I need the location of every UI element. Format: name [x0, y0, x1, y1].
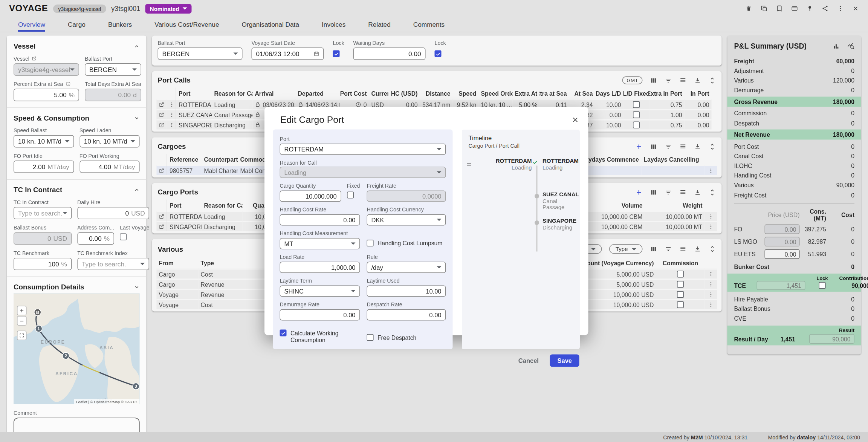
fo-port-idle-input[interactable]: 2.00MT/day: [14, 161, 74, 173]
commission-checkbox[interactable]: [677, 271, 684, 278]
handling-cost-lumpsum-checkbox[interactable]: [367, 240, 374, 246]
row-menu-button[interactable]: [705, 221, 717, 231]
row-menu-button[interactable]: [705, 289, 717, 299]
copy-icon[interactable]: [761, 5, 767, 12]
tce-input[interactable]: 1,451: [757, 281, 805, 290]
row-menu-button[interactable]: [705, 269, 717, 279]
rule-select[interactable]: /day: [367, 262, 446, 273]
tc-contract-select[interactable]: Type to search.: [14, 207, 72, 219]
tce-lock-checkbox[interactable]: [819, 282, 826, 289]
speed-ballast-select[interactable]: 10 kn, 10 MT/d: [14, 135, 74, 148]
fo-port-working-input[interactable]: 4.00MT/day: [79, 161, 140, 173]
timeline-cargo-port[interactable]: ROTTERDAM Loading: [478, 158, 532, 171]
timeline-item-rotterdam[interactable]: ROTTERDAM Loading: [542, 158, 579, 171]
chevron-down-icon[interactable]: [134, 284, 140, 290]
tab-bunkers[interactable]: Bunkers: [108, 17, 132, 32]
tab-invoices[interactable]: Invoices: [322, 17, 345, 32]
filter-icon[interactable]: [665, 143, 672, 150]
fixed-checkbox[interactable]: [347, 192, 354, 199]
share-icon[interactable]: [822, 5, 828, 12]
collapse-icon[interactable]: [709, 143, 716, 150]
chevron-up-icon[interactable]: [134, 44, 140, 49]
port-cell[interactable]: ROTTERDAM: [176, 99, 212, 109]
book-icon[interactable]: [776, 5, 783, 12]
row-menu-button[interactable]: [705, 279, 717, 289]
info-icon[interactable]: [66, 81, 71, 87]
status-badge[interactable]: Nominated: [145, 4, 192, 14]
ld-fixed-checkbox[interactable]: [633, 101, 640, 108]
download-icon[interactable]: [694, 245, 701, 253]
row-menu-button[interactable]: [705, 211, 717, 221]
lock-start-date-checkbox[interactable]: [333, 50, 340, 57]
map-marker-2[interactable]: 2: [62, 352, 70, 360]
fo-price-input[interactable]: 0.00: [765, 224, 800, 234]
calculate-working-consumption-checkbox[interactable]: [280, 330, 287, 336]
tab-overview[interactable]: Overview: [18, 17, 45, 32]
close-icon[interactable]: [572, 116, 579, 124]
gmt-toggle[interactable]: GMT: [622, 76, 643, 84]
lock-waiting-days-checkbox[interactable]: [435, 50, 442, 57]
columns-icon[interactable]: [650, 143, 657, 150]
download-icon[interactable]: [694, 76, 701, 84]
section-tc-in-contract[interactable]: TC In Contract: [14, 186, 140, 194]
port-cell[interactable]: SUEZ CANAL: [176, 109, 212, 119]
pin-icon[interactable]: [807, 5, 813, 12]
row-menu-button[interactable]: [167, 99, 176, 109]
map-zoom-out-button[interactable]: −: [17, 316, 27, 326]
tab-cargo[interactable]: Cargo: [68, 17, 86, 32]
chevron-down-icon[interactable]: [134, 115, 140, 121]
open-row-button[interactable]: [157, 221, 167, 231]
row-menu-button[interactable]: [167, 119, 176, 130]
row-menu-button[interactable]: [167, 109, 176, 119]
open-row-button[interactable]: [157, 165, 167, 175]
tab-related[interactable]: Related: [368, 17, 390, 32]
address-com-input[interactable]: 0.00%: [77, 232, 114, 245]
ballast-port-select[interactable]: BERGEN: [158, 47, 243, 60]
ld-fixed-checkbox[interactable]: [633, 122, 640, 128]
chart-search-icon[interactable]: [847, 43, 855, 50]
columns-icon[interactable]: [650, 245, 657, 253]
collapse-icon[interactable]: [709, 188, 716, 196]
map-zoom-in-button[interactable]: +: [17, 306, 27, 316]
tc-benchmark-index-select[interactable]: Type to search.: [77, 258, 150, 270]
cancel-button[interactable]: Cancel: [518, 357, 539, 364]
section-consumption-details[interactable]: Consumption Details: [14, 283, 140, 291]
laytime-used-input[interactable]: 10.00: [367, 286, 446, 297]
euets-price-input[interactable]: 0.00: [765, 249, 800, 259]
type-filter[interactable]: Type: [609, 244, 642, 254]
free-despatch-checkbox[interactable]: [367, 334, 374, 341]
section-vessel[interactable]: Vessel: [14, 43, 140, 50]
filter-icon[interactable]: [665, 188, 672, 196]
waiting-days-input[interactable]: 0.00: [353, 47, 426, 60]
ballast-port-select[interactable]: BERGEN: [85, 63, 141, 76]
route-map[interactable]: EUROPE ASIA AFRICA Indian B 1 2 3 + − Le…: [14, 294, 140, 404]
more-icon[interactable]: [837, 5, 844, 12]
add-icon[interactable]: [635, 143, 643, 150]
speed-laden-select[interactable]: 10 kn, 10 MT/d: [79, 135, 140, 148]
vessel-select[interactable]: y3tsgioe4g-vessel: [14, 63, 79, 76]
tc-benchmark-input[interactable]: 100%: [14, 258, 72, 270]
density-icon[interactable]: [679, 143, 687, 150]
open-row-button[interactable]: [157, 119, 167, 130]
section-speed-consumption[interactable]: Speed & Consumption: [14, 114, 140, 122]
last-voyage-checkbox[interactable]: [120, 234, 127, 240]
load-rate-input[interactable]: 1,000.00: [280, 262, 360, 273]
commission-checkbox[interactable]: [677, 281, 684, 288]
map-marker-1[interactable]: 1: [35, 325, 43, 333]
collapse-icon[interactable]: [709, 76, 716, 84]
commission-checkbox[interactable]: [677, 291, 684, 298]
ld-fixed-checkbox[interactable]: [633, 112, 640, 118]
tab-various-cost-revenue[interactable]: Various Cost/Revenue: [154, 17, 219, 32]
open-row-button[interactable]: [157, 109, 167, 119]
download-icon[interactable]: [694, 188, 701, 196]
row-menu-button[interactable]: [705, 299, 717, 309]
calendar-icon[interactable]: [314, 51, 319, 57]
result-input[interactable]: 90,000: [809, 334, 854, 344]
tab-organisational-data[interactable]: Organisational Data: [242, 17, 299, 32]
cargo-quantity-input[interactable]: 10,000.000: [280, 191, 341, 202]
commission-checkbox[interactable]: [677, 301, 684, 308]
map-marker-start[interactable]: B: [34, 309, 41, 316]
drag-handle-icon[interactable]: [466, 161, 472, 168]
percent-extra-input[interactable]: 5.00%: [14, 89, 79, 101]
daily-hire-input[interactable]: 0USD: [77, 207, 150, 219]
